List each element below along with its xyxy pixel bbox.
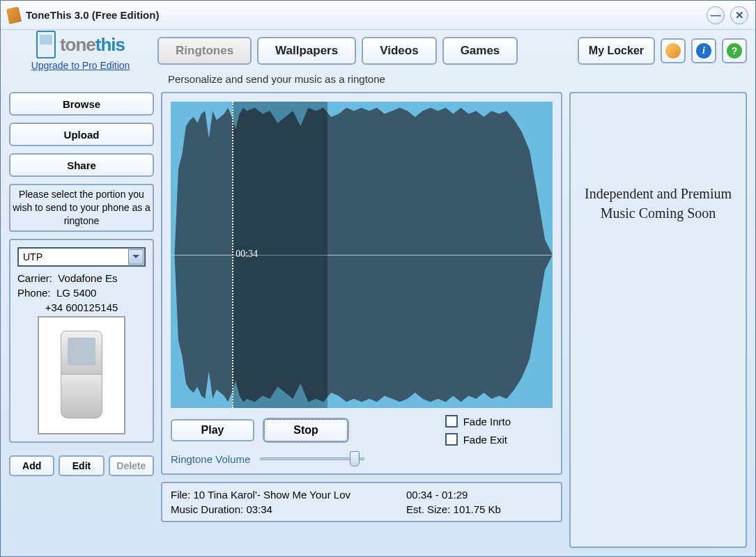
phone-illustration [61,331,102,420]
waveform-midline [171,255,553,256]
app-window: ToneThis 3.0 (Free Edition) — ✕ tonethis… [0,0,756,557]
browse-button[interactable]: Browse [9,92,154,116]
size-row: Est. Size: 101.75 Kb [406,503,501,515]
volume-label: Ringtone Volume [171,453,250,465]
upload-button[interactable]: Upload [9,123,154,146]
help-button[interactable]: ? [722,38,747,63]
selection-range: 00:34 - 01:29 [406,489,501,501]
duration-row: Music Duration: 03:34 [171,503,350,515]
right-panel-text: Independent and Premium Music Coming Soo… [571,184,746,223]
close-button[interactable]: ✕ [730,6,748,24]
stop-button[interactable]: Stop [264,419,348,441]
logo-block: tonethis Upgrade to Pro Edition [9,31,152,71]
info-icon: i [696,43,711,58]
right-panel: Independent and Premium Music Coming Soo… [569,92,747,548]
profile-button-row: Add Edit Delete [9,455,154,476]
controls-row: Play Stop Fade Inrto Fade Exit [171,415,553,446]
phone-icon [36,31,56,58]
phone-number: +34 600125145 [17,301,146,313]
profile-select[interactable] [17,247,146,267]
info-button[interactable]: i [691,38,716,63]
volume-thumb[interactable] [350,451,360,466]
sidebar: Browse Upload Share Please select the po… [9,92,154,548]
page-subtitle: Personalize and send your music as a rin… [1,72,755,92]
duration-value: 03:34 [246,503,272,515]
phone-panel: Carrier: Vodafone Es Phone: LG 5400 +34 … [9,239,154,443]
play-button[interactable]: Play [171,419,254,441]
tab-games[interactable]: Games [442,37,518,65]
edit-button[interactable]: Edit [59,455,104,476]
delete-button[interactable]: Delete [109,455,154,476]
phone-image [38,316,125,434]
settings-button[interactable] [661,38,686,63]
phone-model-value: LG 5400 [56,287,97,299]
file-name: 10 Tina Karol'- Show Me Your Lov [194,489,351,501]
gear-icon [665,43,681,58]
volume-row: Ringtone Volume [171,453,553,465]
main-area: 00:34 Play Stop Fade Inrto Fade Exit [161,92,562,548]
help-icon: ? [727,43,742,58]
fade-exit-label: Fade Exit [463,434,507,446]
fade-exit-checkbox[interactable] [445,433,458,446]
file-info-panel: File: 10 Tina Karol'- Show Me Your Lov M… [161,482,562,522]
titlebar: ToneThis 3.0 (Free Edition) — ✕ [1,1,755,30]
carrier-label: Carrier: [17,272,52,284]
size-value: 101.75 Kb [454,503,501,515]
time-label: 00:34 [236,249,258,260]
playhead[interactable] [232,102,233,408]
tab-wallpapers[interactable]: Wallpapers [257,37,356,65]
size-label: Est. Size: [406,503,450,515]
tab-ringtones[interactable]: Ringtones [157,37,252,65]
profile-select-wrap [17,247,146,267]
share-button[interactable]: Share [9,153,154,177]
tab-videos[interactable]: Videos [362,37,436,65]
file-row: File: 10 Tina Karol'- Show Me Your Lov [171,489,350,501]
instruction-panel: Please select the portion you wish to se… [9,184,154,232]
file-label: File: [171,489,190,501]
minimize-button[interactable]: — [707,6,725,24]
fade-intro-checkbox[interactable] [445,415,458,427]
phone-label: Phone: [17,287,51,299]
add-button[interactable]: Add [9,455,54,476]
duration-label: Music Duration: [171,503,243,515]
brand-text: tonethis [60,34,125,56]
fade-exit-row[interactable]: Fade Exit [445,433,511,446]
window-title: ToneThis 3.0 (Free Edition) [26,9,701,21]
volume-slider[interactable] [260,453,364,465]
waveform-panel: 00:34 Play Stop Fade Inrto Fade Exit [161,92,562,475]
brand-part2: this [95,34,125,55]
app-icon [6,6,22,24]
waveform[interactable]: 00:34 [171,102,553,408]
my-locker-button[interactable]: My Locker [578,37,655,65]
carrier-row: Carrier: Vodafone Es [17,272,146,284]
body: Browse Upload Share Please select the po… [1,92,755,556]
brand-part1: tone [60,34,95,55]
upgrade-link[interactable]: Upgrade to Pro Edition [31,60,130,71]
fade-intro-row[interactable]: Fade Inrto [445,415,511,427]
fade-intro-label: Fade Inrto [463,416,511,427]
toolbar: tonethis Upgrade to Pro Edition Ringtone… [1,30,755,72]
phone-model-row: Phone: LG 5400 [17,287,146,299]
carrier-value: Vodafone Es [58,272,117,284]
